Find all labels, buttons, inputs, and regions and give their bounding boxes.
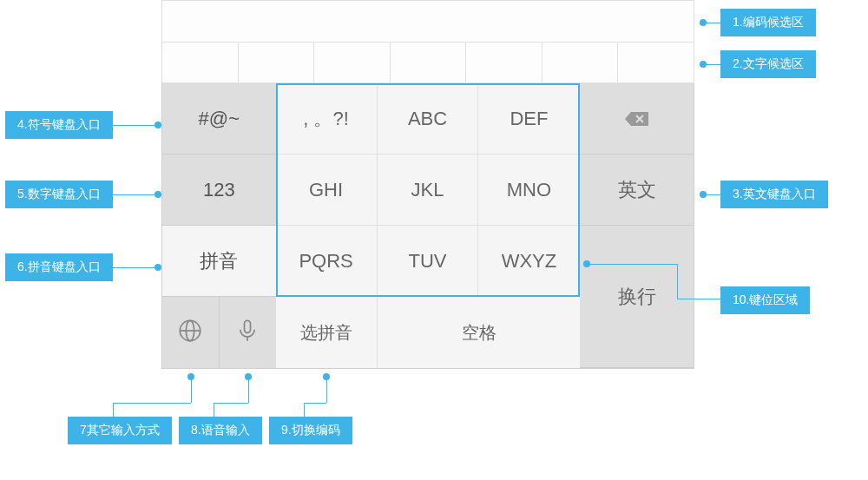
other-input-key[interactable]	[162, 297, 220, 368]
candidate-cell[interactable]	[314, 43, 391, 82]
connector-line	[248, 377, 249, 403]
connector-line	[113, 403, 191, 404]
number-keyboard-key[interactable]: 123	[162, 155, 276, 226]
connector-line	[214, 403, 214, 417]
candidate-cell[interactable]	[391, 43, 467, 82]
label-1: 1.编码候选区	[720, 9, 816, 36]
grid-key-ghi[interactable]: GHI	[276, 155, 378, 226]
connector-line	[191, 377, 192, 403]
keyboard-body: #@~ 123 拼音 , 。?!	[161, 83, 694, 369]
left-bottom-row	[162, 297, 276, 368]
connector-line	[113, 125, 156, 126]
connector-line	[113, 194, 156, 195]
connector-line	[304, 403, 326, 404]
right-column: 英文 换行	[580, 83, 694, 368]
voice-input-key[interactable]	[220, 297, 276, 368]
svg-rect-3	[245, 320, 251, 332]
candidate-word-area	[161, 42, 694, 83]
connector-line	[587, 264, 677, 265]
connector-line	[677, 264, 678, 299]
connector-line	[113, 267, 156, 268]
globe-icon	[178, 319, 202, 346]
connector-line	[113, 403, 114, 417]
connector-line	[304, 403, 305, 417]
center-grid: , 。?! ABC DEF GHI JKL MNO PQRS TUV WXYZ …	[276, 83, 581, 368]
left-column: #@~ 123 拼音	[162, 83, 276, 368]
grid-key-abc[interactable]: ABC	[378, 83, 479, 155]
label-2: 2.文字候选区	[720, 50, 816, 78]
label-10: 10.键位区域	[720, 286, 810, 314]
grid-key-def[interactable]: DEF	[478, 83, 580, 155]
candidate-cell[interactable]	[618, 43, 694, 82]
candidate-code-area	[161, 0, 694, 42]
connector-line	[703, 23, 720, 23]
english-keyboard-key[interactable]: 英文	[580, 155, 694, 226]
connector-line	[326, 377, 327, 403]
connector-line	[703, 64, 720, 65]
label-4: 4.符号键盘入口	[5, 111, 113, 139]
keyboard-container: #@~ 123 拼音 , 。?!	[161, 0, 694, 369]
connector-line	[677, 299, 720, 299]
grid-key-mno[interactable]: MNO	[478, 155, 580, 226]
connector-line	[214, 403, 248, 404]
label-3: 3.英文键盘入口	[720, 181, 828, 208]
label-9: 9.切换编码	[269, 417, 352, 444]
candidate-cell[interactable]	[466, 43, 542, 82]
candidate-cell[interactable]	[239, 43, 315, 82]
connector-line	[703, 194, 720, 195]
label-7: 7其它输入方式	[68, 417, 172, 444]
label-6: 6.拼音键盘入口	[5, 253, 113, 281]
grid-key-tuv[interactable]: TUV	[378, 226, 479, 297]
grid-key-jkl[interactable]: JKL	[378, 155, 479, 226]
candidate-cell[interactable]	[542, 43, 619, 82]
symbol-keyboard-key[interactable]: #@~	[162, 83, 276, 155]
backspace-icon	[624, 110, 650, 128]
backspace-key[interactable]	[580, 83, 694, 155]
pinyin-keyboard-key[interactable]: 拼音	[162, 226, 276, 297]
candidate-cell[interactable]	[162, 43, 239, 82]
microphone-icon	[235, 319, 260, 346]
grid-key-punctuation[interactable]: , 。?!	[276, 83, 378, 155]
label-5: 5.数字键盘入口	[5, 181, 113, 208]
grid-key-wxyz[interactable]: WXYZ	[478, 226, 580, 297]
space-key[interactable]: 空格	[378, 297, 581, 368]
label-8: 8.语音输入	[179, 417, 262, 444]
select-pinyin-key[interactable]: 选拼音	[276, 297, 378, 368]
grid-key-pqrs[interactable]: PQRS	[276, 226, 378, 297]
